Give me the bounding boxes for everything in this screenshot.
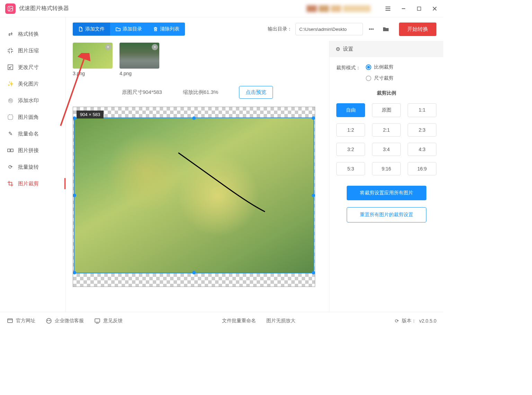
sidebar-item-crop[interactable]: 图片裁剪 bbox=[0, 175, 65, 192]
svg-rect-6 bbox=[11, 149, 13, 152]
footer-website-link[interactable]: 官方网址 bbox=[7, 318, 35, 324]
thumbnail-name: 3.png bbox=[73, 71, 113, 76]
output-dir-input[interactable] bbox=[295, 23, 363, 35]
ratio-button-2-1[interactable]: 2:1 bbox=[372, 123, 401, 137]
titlebar: 优速图片格式转换器 bbox=[0, 0, 443, 17]
output-dir-label: 输出目录： bbox=[268, 26, 292, 32]
refresh-icon: ⟳ bbox=[395, 318, 399, 324]
sidebar-item-label: 批量旋转 bbox=[18, 164, 39, 170]
close-icon[interactable] bbox=[431, 5, 438, 12]
svg-rect-2 bbox=[417, 7, 421, 10]
ratio-button-original[interactable]: 原图 bbox=[372, 103, 401, 117]
version-info[interactable]: ⟳ 版本： v2.0.5.0 bbox=[395, 318, 436, 324]
crop-handle[interactable] bbox=[312, 194, 315, 197]
browse-dots-button[interactable]: ••• bbox=[365, 23, 378, 35]
svg-point-11 bbox=[50, 320, 50, 321]
crop-handle[interactable] bbox=[73, 271, 76, 274]
ratio-button-4-3[interactable]: 4:3 bbox=[408, 143, 436, 156]
sidebar-item-stitch[interactable]: 图片拼接 bbox=[0, 142, 65, 159]
crop-ratio-title: 裁剪比例 bbox=[336, 90, 436, 96]
svg-rect-8 bbox=[8, 319, 12, 323]
footer: 官方网址 企业微信客服 意见反馈 文件批量重命名 图片无损放大 ⟳ 版本： v2… bbox=[0, 312, 443, 329]
crop-handle[interactable] bbox=[312, 271, 315, 274]
crop-handle[interactable] bbox=[312, 116, 315, 120]
sidebar-item-label: 添加水印 bbox=[18, 97, 39, 104]
toolbar: 添加文件 添加目录 清除列表 输出目录： ••• 开始转换 bbox=[66, 17, 443, 41]
footer-feedback-link[interactable]: 意见反馈 bbox=[94, 318, 123, 324]
annotation-scribble bbox=[175, 149, 272, 219]
svg-rect-12 bbox=[95, 319, 100, 322]
crop-handle[interactable] bbox=[73, 116, 76, 120]
minimize-icon[interactable] bbox=[400, 5, 407, 12]
ratio-button-16-9[interactable]: 16:9 bbox=[408, 162, 436, 175]
start-convert-button[interactable]: 开始转换 bbox=[399, 23, 436, 36]
crop-mode-label: 裁剪模式： bbox=[336, 64, 361, 71]
ratio-button-1-1[interactable]: 1:1 bbox=[408, 103, 436, 117]
add-file-button[interactable]: 添加文件 bbox=[73, 23, 110, 36]
sidebar-item-compress[interactable]: 图片压缩 bbox=[0, 42, 65, 59]
sidebar-item-format-convert[interactable]: ⇄格式转换 bbox=[0, 26, 65, 42]
apply-all-button[interactable]: 将裁剪设置应用所有图片 bbox=[347, 186, 426, 200]
crop-handle[interactable] bbox=[192, 271, 196, 274]
ratio-button-free[interactable]: 自由 bbox=[336, 103, 365, 117]
clear-list-button[interactable]: 清除列表 bbox=[148, 23, 185, 36]
maximize-icon[interactable] bbox=[416, 5, 423, 12]
sidebar-item-resize[interactable]: 更改尺寸 bbox=[0, 59, 65, 76]
sidebar-item-label: 格式转换 bbox=[18, 31, 39, 37]
gear-icon: ⚙ bbox=[336, 46, 340, 52]
resize-icon bbox=[7, 64, 14, 71]
svg-point-9 bbox=[46, 318, 51, 323]
radio-ratio-crop[interactable]: 比例裁剪 bbox=[366, 64, 393, 70]
thumbnail-item[interactable]: × 4.png bbox=[119, 43, 159, 76]
add-folder-button[interactable]: 添加目录 bbox=[110, 23, 148, 36]
ratio-grid: 自由 原图 1:1 1:2 2:1 2:3 3:2 3:4 4:3 5:3 9:… bbox=[336, 103, 436, 175]
thumbnail-remove-icon[interactable]: × bbox=[105, 44, 111, 50]
ratio-button-3-2[interactable]: 3:2 bbox=[336, 143, 365, 156]
reset-all-button[interactable]: 重置所有图片的裁剪设置 bbox=[347, 207, 426, 222]
svg-rect-5 bbox=[8, 149, 10, 152]
footer-wechat-link[interactable]: 企业微信客服 bbox=[46, 318, 84, 324]
sidebar-item-rounded[interactable]: 图片圆角 bbox=[0, 109, 65, 125]
crop-handle[interactable] bbox=[192, 116, 196, 120]
rounded-icon bbox=[7, 114, 14, 121]
radio-size-crop[interactable]: 尺寸裁剪 bbox=[366, 75, 393, 81]
menu-icon[interactable] bbox=[384, 5, 391, 12]
sidebar-item-rename[interactable]: ✎批量命名 bbox=[0, 125, 65, 142]
sidebar-item-label: 更改尺寸 bbox=[18, 64, 39, 71]
compress-icon bbox=[7, 47, 14, 54]
click-preview-button[interactable]: 点击预览 bbox=[239, 86, 273, 99]
sidebar-item-label: 批量命名 bbox=[18, 131, 39, 137]
footer-lossless-link[interactable]: 图片无损放大 bbox=[266, 318, 295, 324]
crop-canvas[interactable]: 904 × 583 bbox=[73, 107, 315, 287]
ratio-button-2-3[interactable]: 2:3 bbox=[408, 123, 436, 137]
original-size-label: 原图尺寸904*583 bbox=[122, 89, 162, 96]
sidebar-item-beautify[interactable]: ✨美化图片 bbox=[0, 76, 65, 92]
crop-handle[interactable] bbox=[73, 194, 76, 197]
zoom-ratio-label: 缩放比例61.3% bbox=[183, 89, 219, 96]
svg-rect-4 bbox=[8, 115, 13, 120]
open-folder-button[interactable] bbox=[380, 23, 392, 35]
ratio-button-5-3[interactable]: 5:3 bbox=[336, 162, 365, 175]
sidebar-item-label: 图片拼接 bbox=[18, 147, 39, 154]
settings-header: ⚙ 设置 bbox=[329, 41, 443, 57]
svg-point-1 bbox=[9, 7, 10, 8]
sidebar-item-rotate[interactable]: ⟳批量旋转 bbox=[0, 159, 65, 175]
convert-icon: ⇄ bbox=[7, 30, 14, 37]
thumbnail-name: 4.png bbox=[119, 71, 159, 76]
sidebar: ⇄格式转换 图片压缩 更改尺寸 ✨美化图片 ㊞添加水印 图片圆角 ✎批量命名 图… bbox=[0, 17, 66, 312]
ratio-button-1-2[interactable]: 1:2 bbox=[336, 123, 365, 137]
app-title: 优速图片格式转换器 bbox=[19, 5, 69, 12]
sidebar-item-watermark[interactable]: ㊞添加水印 bbox=[0, 92, 65, 109]
ratio-button-3-4[interactable]: 3:4 bbox=[372, 143, 401, 156]
dimension-badge: 904 × 583 bbox=[77, 111, 104, 119]
watermark-icon: ㊞ bbox=[7, 97, 14, 104]
crop-selection[interactable] bbox=[74, 117, 314, 273]
beautify-icon: ✨ bbox=[7, 80, 14, 87]
svg-point-10 bbox=[47, 320, 48, 321]
thumbnail-remove-icon[interactable]: × bbox=[152, 44, 158, 50]
ratio-button-9-16[interactable]: 9:16 bbox=[372, 162, 401, 175]
footer-batch-rename-link[interactable]: 文件批量重命名 bbox=[222, 318, 256, 324]
app-logo bbox=[5, 3, 16, 14]
sidebar-item-label: 图片圆角 bbox=[18, 114, 39, 121]
thumbnail-item[interactable]: × 3.png bbox=[73, 43, 113, 76]
